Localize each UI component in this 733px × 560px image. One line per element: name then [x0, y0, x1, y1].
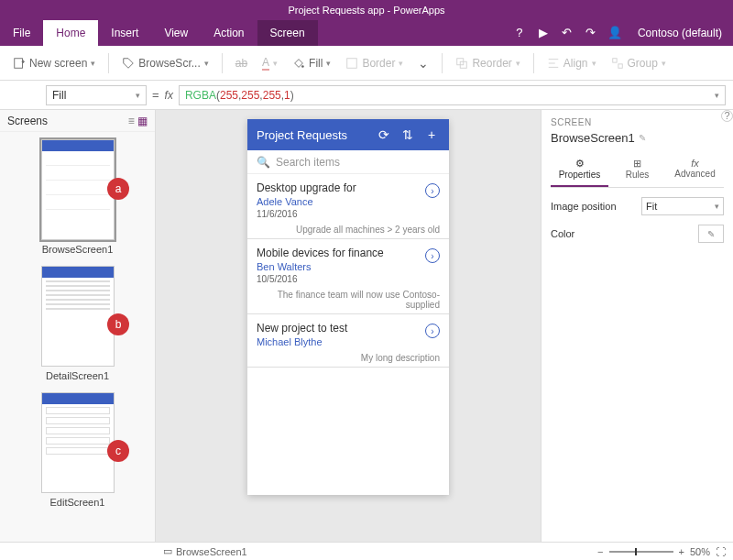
play-icon[interactable]: ▶: [531, 20, 555, 46]
help-circle-icon[interactable]: ?: [721, 110, 733, 122]
border-icon: [345, 57, 358, 70]
reorder-button[interactable]: Reorder▾: [450, 53, 525, 73]
rules-icon: ⊞: [608, 158, 666, 170]
zoom-in-button[interactable]: +: [679, 546, 684, 557]
equals-label: =: [152, 88, 159, 102]
menu-bar: File Home Insert View Action Screen ? ▶ …: [0, 20, 733, 46]
align-icon: [547, 57, 560, 70]
menu-screen[interactable]: Screen: [257, 20, 318, 46]
gallery-list: › Desktop upgrade for Adele Vance 11/6/2…: [247, 174, 449, 495]
account-label[interactable]: Contoso (default): [627, 20, 733, 46]
screens-panel: Screens ≡ ▦ a BrowseScreen1 b DetailScre…: [0, 110, 156, 542]
svg-rect-6: [618, 63, 621, 67]
panel-section-label: SCREEN: [551, 117, 724, 127]
app-header: Project Requests ⟳ ⇅ +: [247, 119, 449, 150]
list-item[interactable]: › New project to test Michael Blythe My …: [247, 314, 449, 368]
new-screen-button[interactable]: New screen▾: [7, 53, 101, 73]
sort-icon[interactable]: ⇅: [399, 127, 416, 142]
tab-rules[interactable]: ⊞ Rules: [608, 152, 666, 187]
status-bar: ▭ BrowseScreen1 − + 50% ⛶: [0, 542, 733, 560]
reorder-icon: [455, 57, 468, 70]
canvas-area[interactable]: Project Requests ⟳ ⇅ + 🔍 Search items › …: [156, 110, 541, 542]
align-button[interactable]: Align▾: [542, 53, 602, 73]
formula-bar: Fill▾ = fx RGBA(255,255,255,1) ▾: [0, 81, 733, 110]
zoom-out-button[interactable]: −: [597, 546, 603, 557]
menu-action[interactable]: Action: [201, 20, 257, 46]
screen-thumb-edit[interactable]: c EditScreen1: [0, 392, 155, 508]
redo-icon[interactable]: ↷: [579, 20, 603, 46]
refresh-icon[interactable]: ⟳: [376, 127, 392, 142]
paint-bucket-icon: [292, 57, 305, 70]
annotation-badge-b: b: [107, 313, 129, 335]
ribbon: New screen▾ BrowseScr...▾ ab A▾ Fill▾ Bo…: [0, 46, 733, 81]
tab-advanced[interactable]: fx Advanced: [666, 152, 724, 187]
border-button[interactable]: Border▾: [340, 53, 409, 73]
zoom-value: 50%: [690, 546, 710, 557]
chevron-right-icon[interactable]: ›: [425, 324, 440, 338]
title-bar: Project Requests app - PowerApps: [0, 0, 733, 20]
control-selector[interactable]: BrowseScr...▾: [116, 53, 213, 73]
properties-panel: SCREEN ? BrowseScreen1 ✎ ⚙ Properties ⊞ …: [541, 110, 733, 542]
app-title: Project Requests: [257, 128, 368, 142]
search-box[interactable]: 🔍 Search items: [247, 150, 449, 174]
svg-rect-0: [15, 58, 23, 68]
list-item[interactable]: › Desktop upgrade for Adele Vance 11/6/2…: [247, 174, 449, 239]
screens-header-label: Screens: [7, 115, 48, 127]
tab-properties[interactable]: ⚙ Properties: [551, 152, 608, 187]
sliders-icon: ⚙: [551, 158, 608, 170]
fx-icon: fx: [666, 158, 724, 169]
undo-icon[interactable]: ↶: [555, 20, 579, 46]
chevron-right-icon[interactable]: ›: [425, 248, 440, 263]
fill-button[interactable]: Fill▾: [287, 53, 336, 73]
group-button[interactable]: Group▾: [606, 53, 672, 73]
svg-rect-5: [612, 58, 616, 61]
properties-tabs: ⚙ Properties ⊞ Rules fx Advanced: [551, 152, 724, 188]
search-icon: 🔍: [257, 156, 270, 169]
expand-ribbon-button[interactable]: ⌄: [412, 52, 434, 74]
menu-file[interactable]: File: [0, 20, 43, 46]
color-picker[interactable]: ✎: [698, 225, 724, 243]
menu-insert[interactable]: Insert: [98, 20, 151, 46]
grid-view-icon[interactable]: ▦: [137, 115, 148, 127]
list-view-icon[interactable]: ≡: [128, 115, 135, 127]
font-color-button[interactable]: A▾: [257, 52, 283, 74]
menu-view[interactable]: View: [151, 20, 201, 46]
formula-input[interactable]: RGBA(255,255,255,1) ▾: [179, 85, 726, 105]
svg-rect-2: [347, 58, 357, 68]
screen-thumb-detail[interactable]: b DetailScreen1: [0, 266, 155, 381]
group-icon: [611, 57, 624, 70]
screen-thumb-browse[interactable]: a BrowseScreen1: [0, 139, 155, 255]
fit-screen-icon[interactable]: ⛶: [716, 546, 726, 557]
annotation-badge-a: a: [107, 178, 129, 200]
zoom-slider[interactable]: [609, 551, 673, 553]
tag-icon: [122, 57, 135, 70]
eyedropper-icon: ✎: [707, 229, 715, 239]
list-item[interactable]: › Mobile devices for finance Ben Walters…: [247, 239, 449, 314]
help-icon[interactable]: ?: [508, 20, 531, 46]
page-indicator-icon: ▭: [163, 545, 172, 557]
selected-screen-name[interactable]: BrowseScreen1 ✎: [551, 131, 724, 145]
svg-point-1: [301, 65, 304, 68]
image-position-label: Image position: [551, 201, 617, 212]
font-strike-button[interactable]: ab: [230, 53, 253, 73]
property-selector[interactable]: Fill▾: [46, 85, 147, 105]
edit-pencil-icon[interactable]: ✎: [639, 133, 646, 143]
fx-label: fx: [165, 89, 173, 102]
phone-preview: Project Requests ⟳ ⇅ + 🔍 Search items › …: [247, 119, 449, 495]
user-icon[interactable]: 👤: [603, 20, 627, 46]
image-position-select[interactable]: Fit▾: [641, 197, 724, 215]
new-screen-icon: [13, 57, 26, 70]
annotation-badge-c: c: [107, 440, 129, 462]
add-icon[interactable]: +: [423, 127, 440, 142]
status-screen-name: BrowseScreen1: [176, 546, 247, 557]
color-label: Color: [551, 228, 574, 239]
menu-home[interactable]: Home: [43, 20, 98, 46]
chevron-right-icon[interactable]: ›: [425, 183, 440, 198]
